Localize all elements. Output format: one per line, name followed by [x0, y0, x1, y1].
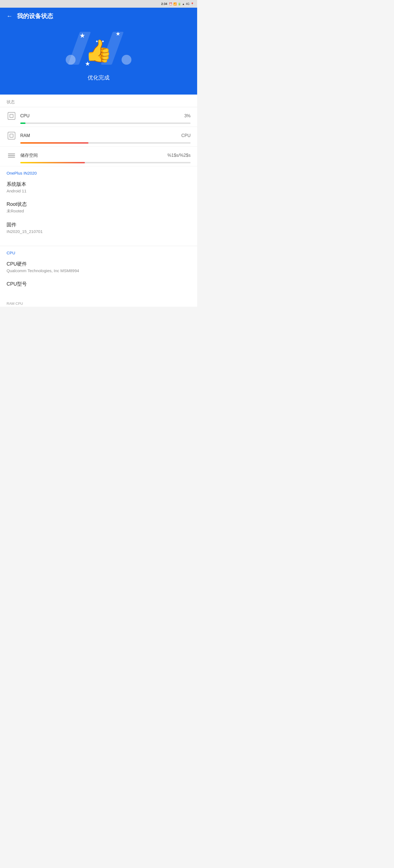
storage-icon-box	[7, 151, 17, 160]
system-version-label: 系统版本	[7, 181, 191, 187]
cpu-status-row: CPU 3%	[7, 111, 191, 121]
orb-right	[122, 55, 131, 65]
storage-progress-fill	[20, 162, 85, 163]
ram-chip-inner	[9, 134, 13, 137]
device-section: OnePlus IN2020 系统版本 Android 11 Root状态 未R…	[0, 166, 197, 246]
ram-status-item: RAM CPU	[0, 127, 197, 147]
ram-cpu-note: RAM CPU	[0, 299, 197, 307]
ram-item-left: RAM	[7, 131, 30, 141]
storage-status-row: 储存空间 %1$s/%2$s	[7, 151, 191, 160]
battery-icon: 🔋	[178, 2, 181, 5]
main-content: 状态 CPU 3%	[0, 95, 197, 307]
hero-content: ★ ★ ★ ✦✦✦ 👍 优化完成	[7, 27, 191, 86]
storage-progress-bg	[20, 162, 191, 163]
alarm-icon: ⏰	[169, 2, 172, 5]
sim-icon: 📶	[173, 2, 176, 5]
status-bar: 2:34 ⏰ 📶 🔋 ▲ 4G 📍	[0, 0, 197, 8]
hero-subtitle: 优化完成	[88, 74, 109, 82]
storage-icon	[8, 153, 15, 158]
hero-section: ← 我的设备状态 ★ ★ ★ ✦✦✦ 👍 优化完成	[0, 8, 197, 95]
root-status-item: Root状态 未Rooted	[7, 201, 191, 214]
signal-4g-icon: 4G	[186, 2, 190, 5]
storage-line-3	[8, 157, 15, 158]
cpu-chip-icon	[8, 112, 15, 120]
cpu-section-title: CPU	[7, 250, 191, 255]
ram-progress-bg	[20, 142, 191, 144]
ram-status-row: RAM CPU	[7, 131, 191, 141]
storage-label: 储存空间	[20, 153, 38, 158]
chip-inner	[9, 114, 13, 118]
storage-line-1	[8, 153, 15, 154]
thumbs-up-icon: 👍	[85, 38, 112, 64]
cpu-model-label: CPU型号	[7, 281, 191, 287]
root-status-label: Root状态	[7, 201, 191, 208]
cpu-status-item: CPU 3%	[0, 107, 197, 127]
cpu-label: CPU	[20, 114, 30, 118]
cpu-hardware-value: Qualcomm Technologies, Inc MSM8994	[7, 268, 191, 273]
storage-status-item: 储存空间 %1$s/%2$s	[0, 147, 197, 166]
page-title: 我的设备状态	[17, 12, 53, 20]
cpu-value: 3%	[184, 114, 191, 118]
device-title[interactable]: OnePlus IN2020	[7, 171, 191, 176]
system-version-value: Android 11	[7, 189, 191, 193]
cpu-progress-fill	[20, 123, 26, 124]
ram-chip-icon	[8, 132, 15, 140]
location-icon: 📍	[191, 2, 194, 5]
status-time: 2:34	[161, 2, 167, 5]
firmware-label: 固件	[7, 221, 191, 228]
cpu-hardware-item: CPU硬件 Qualcomm Technologies, Inc MSM8994	[7, 261, 191, 273]
firmware-value: IN2020_15_210701	[7, 229, 191, 234]
storage-line-2	[8, 155, 15, 156]
back-button[interactable]: ←	[7, 12, 12, 20]
cpu-progress-bg	[20, 123, 191, 124]
status-icons: ⏰ 📶 🔋 ▲ 4G 📍	[169, 2, 194, 5]
ram-progress-fill	[20, 142, 89, 144]
ram-icon-box	[7, 131, 17, 141]
system-version-item: 系统版本 Android 11	[7, 181, 191, 193]
status-section-header: 状态	[0, 95, 197, 107]
firmware-item: 固件 IN2020_15_210701	[7, 221, 191, 234]
header-row: ← 我的设备状态	[7, 12, 53, 20]
ram-label: RAM	[20, 133, 30, 138]
root-status-value: 未Rooted	[7, 209, 191, 214]
storage-item-left: 储存空间	[7, 151, 38, 160]
cpu-hardware-label: CPU硬件	[7, 261, 191, 267]
ram-value: CPU	[181, 133, 191, 138]
star-icon-1: ★	[79, 32, 86, 39]
star-icon-2: ★	[116, 30, 121, 37]
thumbs-up-area: ★ ★ ★ ✦✦✦ 👍	[71, 29, 126, 73]
cpu-icon-box	[7, 111, 17, 121]
cpu-model-item: CPU型号	[7, 281, 191, 287]
cpu-section: CPU CPU硬件 Qualcomm Technologies, Inc MSM…	[0, 246, 197, 299]
orb-left	[66, 55, 75, 65]
storage-value: %1$s/%2$s	[168, 153, 191, 158]
cpu-item-left: CPU	[7, 111, 30, 121]
wifi-icon: ▲	[182, 2, 185, 5]
